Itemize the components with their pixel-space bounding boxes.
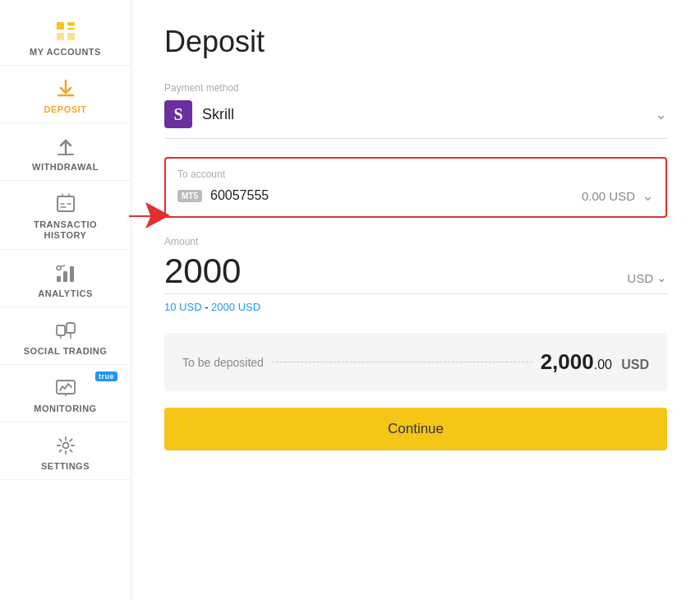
sidebar: MY ACCOUNTS DEPOSIT WITHDRAWAL (0, 0, 131, 600)
summary-amount: 2,000.00 USD (541, 349, 649, 375)
currency-code: USD (627, 271, 653, 285)
range-max[interactable]: 2000 USD (211, 301, 260, 313)
svg-marker-6 (129, 202, 170, 228)
amount-section: Amount 2000 USD ⌄ 10 USD - 2000 USD (164, 236, 667, 313)
sidebar-item-my-accounts[interactable]: MY ACCOUNTS (0, 8, 131, 66)
main-content: Deposit Payment method S Skrill ⌄ To acc… (131, 0, 700, 600)
accounts-icon (54, 20, 77, 43)
to-account-box[interactable]: To account MT5 60057555 0.00 USD ⌄ (164, 157, 667, 218)
amount-label: Amount (164, 236, 667, 247)
page-title: Deposit (164, 25, 667, 59)
payment-method-section: Payment method S Skrill ⌄ (164, 82, 667, 139)
social-trading-icon (54, 319, 77, 342)
sidebar-item-withdrawal-label: WITHDRAWAL (32, 162, 99, 172)
settings-icon (54, 434, 77, 457)
svg-point-14 (62, 443, 68, 449)
summary-amount-whole: 2,000 (541, 349, 594, 374)
deposit-icon (54, 77, 77, 100)
sidebar-item-withdrawal[interactable]: WITHDRAWAL (0, 123, 131, 181)
sidebar-item-deposit[interactable]: DEPOSIT (0, 66, 131, 123)
withdrawal-icon (54, 135, 77, 158)
svg-rect-8 (63, 271, 67, 282)
account-number: 60057555 (210, 188, 582, 203)
sidebar-item-settings-label: SETTINGS (41, 461, 90, 471)
amount-range: 10 USD - 2000 USD (164, 301, 667, 313)
sidebar-item-transaction-history[interactable]: TRANSACTIOHISTORY (0, 181, 131, 250)
svg-rect-7 (57, 276, 61, 282)
sidebar-item-my-accounts-label: MY ACCOUNTS (30, 47, 101, 57)
currency-selector[interactable]: USD ⌄ (627, 270, 667, 288)
sidebar-item-monitoring[interactable]: true MONITORING (0, 365, 131, 422)
payment-method-selector[interactable]: S Skrill ⌄ (164, 100, 667, 139)
skrill-logo: S (164, 100, 192, 128)
new-badge: true (95, 372, 117, 381)
deposit-summary: To be deposited 2,000.00 USD (164, 333, 667, 391)
svg-rect-4 (67, 33, 75, 40)
svg-rect-3 (57, 33, 64, 40)
summary-amount-decimal: .00 (594, 358, 612, 372)
monitoring-icon (54, 376, 77, 399)
sidebar-item-transaction-history-label: TRANSACTIOHISTORY (34, 219, 97, 241)
summary-dots (272, 362, 532, 362)
sidebar-item-social-trading[interactable]: SOCIAL TRADING (0, 307, 131, 365)
sidebar-item-social-trading-label: SOCIAL TRADING (24, 346, 108, 356)
amount-input-row: 2000 USD ⌄ (164, 254, 667, 294)
to-account-section: To account MT5 60057555 0.00 USD ⌄ (164, 157, 667, 218)
svg-rect-11 (57, 325, 65, 335)
account-chevron-icon: ⌄ (642, 187, 654, 205)
mt5-badge: MT5 (177, 190, 202, 202)
svg-rect-5 (58, 196, 74, 211)
amount-value[interactable]: 2000 (164, 254, 627, 288)
account-row: MT5 60057555 0.00 USD ⌄ (177, 187, 654, 205)
account-balance: 0.00 USD (582, 189, 635, 203)
summary-label: To be deposited (182, 356, 264, 369)
transaction-icon (54, 192, 77, 215)
svg-point-10 (57, 266, 61, 270)
to-account-label: To account (177, 168, 654, 180)
range-separator: - (205, 301, 211, 313)
svg-rect-12 (67, 323, 75, 333)
range-min[interactable]: 10 USD (164, 301, 202, 313)
summary-currency: USD (621, 358, 649, 372)
currency-chevron-icon: ⌄ (656, 270, 667, 285)
sidebar-item-analytics[interactable]: ANALYTICS (0, 250, 131, 307)
svg-rect-9 (70, 266, 74, 282)
sidebar-item-analytics-label: ANALYTICS (38, 288, 92, 298)
sidebar-item-monitoring-label: MONITORING (34, 404, 96, 413)
chevron-down-icon: ⌄ (655, 105, 667, 123)
payment-method-label: Payment method (164, 82, 667, 94)
svg-rect-2 (67, 28, 75, 30)
svg-rect-0 (57, 22, 64, 30)
svg-rect-1 (67, 22, 75, 25)
sidebar-item-settings[interactable]: SETTINGS (0, 422, 131, 480)
payment-name: Skrill (202, 106, 655, 123)
arrow-indicator (121, 201, 170, 230)
analytics-icon (54, 261, 77, 284)
sidebar-item-deposit-label: DEPOSIT (44, 104, 87, 114)
continue-button[interactable]: Continue (164, 408, 667, 450)
